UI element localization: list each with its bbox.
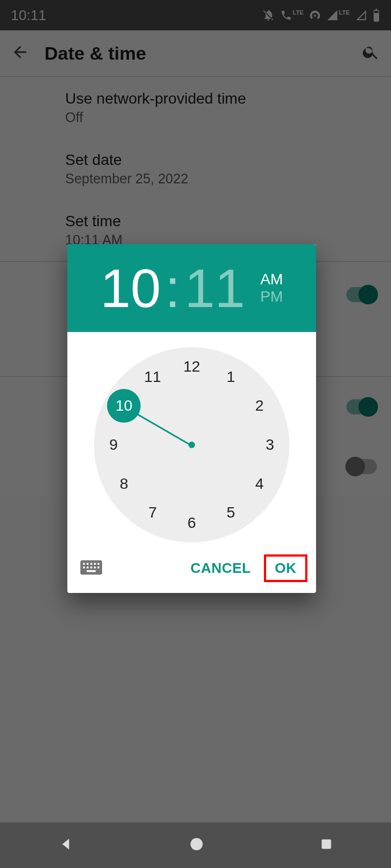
svg-rect-4 bbox=[90, 563, 92, 564]
nav-home-button[interactable] bbox=[188, 836, 205, 854]
svg-rect-11 bbox=[98, 566, 99, 568]
clock-hour-6[interactable]: 6 bbox=[181, 512, 203, 534]
svg-rect-10 bbox=[94, 566, 96, 568]
clock-hour-12[interactable]: 12 bbox=[181, 356, 203, 378]
nav-recent-button[interactable] bbox=[319, 837, 333, 853]
clock-hour-3[interactable]: 3 bbox=[259, 434, 281, 456]
pm-option[interactable]: PM bbox=[260, 288, 283, 305]
svg-rect-12 bbox=[87, 570, 96, 572]
ok-button[interactable]: OK bbox=[265, 556, 306, 581]
clock-hour-4[interactable]: 4 bbox=[249, 473, 270, 495]
svg-rect-3 bbox=[87, 563, 89, 564]
dialog-actions: CANCEL OK bbox=[67, 548, 316, 593]
clock-hour-selected[interactable]: 10 bbox=[107, 389, 141, 423]
svg-rect-5 bbox=[94, 563, 96, 564]
time-display: 10 : 11 bbox=[100, 257, 245, 320]
svg-rect-2 bbox=[83, 563, 85, 564]
clock-hour-7[interactable]: 7 bbox=[142, 502, 163, 524]
hour-value[interactable]: 10 bbox=[100, 257, 161, 320]
minute-value[interactable]: 11 bbox=[185, 257, 245, 320]
nav-back-button[interactable] bbox=[58, 836, 74, 854]
clock-hour-11[interactable]: 11 bbox=[142, 366, 163, 388]
clock-hour-8[interactable]: 8 bbox=[113, 473, 135, 495]
svg-rect-14 bbox=[322, 839, 331, 848]
svg-rect-6 bbox=[98, 563, 99, 564]
svg-rect-9 bbox=[90, 566, 92, 568]
svg-point-13 bbox=[191, 838, 203, 851]
screen: 10:11 LTE LTE Date & time Us bbox=[0, 0, 391, 868]
clock-face[interactable]: 121234567891011 bbox=[94, 347, 289, 542]
time-colon: : bbox=[165, 257, 180, 320]
svg-rect-8 bbox=[87, 566, 89, 568]
navigation-bar bbox=[0, 822, 391, 868]
cancel-button[interactable]: CANCEL bbox=[181, 556, 261, 581]
keyboard-input-button[interactable] bbox=[77, 557, 105, 580]
svg-rect-7 bbox=[83, 566, 85, 568]
clock-hour-9[interactable]: 9 bbox=[103, 434, 124, 456]
clock-face-container: 121234567891011 bbox=[67, 332, 316, 548]
time-picker-dialog: 10 : 11 AM PM 121234567891011 CANCEL OK bbox=[67, 244, 316, 593]
clock-hour-5[interactable]: 5 bbox=[220, 502, 242, 524]
clock-hour-2[interactable]: 2 bbox=[249, 395, 270, 417]
time-picker-header: 10 : 11 AM PM bbox=[67, 244, 316, 332]
ampm-selector: AM PM bbox=[260, 271, 283, 305]
am-option[interactable]: AM bbox=[260, 271, 283, 288]
clock-hour-1[interactable]: 1 bbox=[220, 366, 242, 388]
